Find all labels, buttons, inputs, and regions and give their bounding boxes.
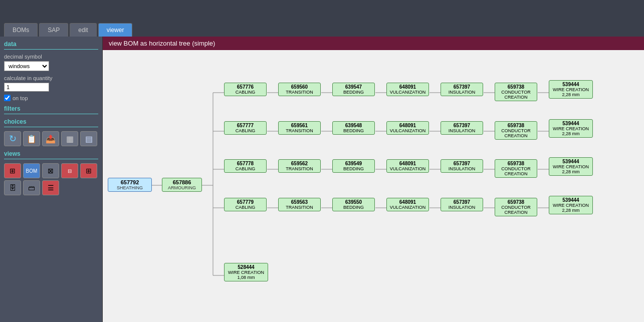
row3-col1[interactable]: 657778 CABLING	[224, 159, 267, 173]
tab-edit[interactable]: edit	[70, 23, 96, 37]
row4-col7[interactable]: 539444 WIRE CREATION 2,28 mm	[549, 196, 593, 214]
row1-col1[interactable]: 657776 CABLING	[224, 83, 267, 96]
row3-col3[interactable]: 639549 BEDDING	[332, 159, 375, 173]
view-btn-4[interactable]: ⊟	[61, 163, 78, 178]
row2-col1[interactable]: 657777 CABLING	[224, 121, 267, 135]
row1-col2[interactable]: 659560 TRANSITION	[278, 83, 321, 96]
choices-section-title: choices	[4, 118, 98, 127]
row1-col5[interactable]: 657397 INSULATION	[441, 83, 483, 96]
choice-btn-1[interactable]: ↻	[4, 131, 21, 146]
choice-btn-5[interactable]: ▤	[80, 131, 97, 146]
row2-col5[interactable]: 657397 INSULATION	[441, 121, 483, 135]
on-top-label: on top	[13, 95, 28, 101]
row1-col4[interactable]: 648091 VULCANIZATION	[386, 83, 429, 96]
row4-col4[interactable]: 648091 VULCANIZATION	[386, 198, 429, 211]
decimal-symbol-select[interactable]: windows linux mac	[4, 61, 49, 71]
tab-boms[interactable]: BOMs	[4, 23, 38, 37]
row1-col3[interactable]: 639547 BEDDING	[332, 83, 375, 96]
view-header: view BOM as horizontal tree (simple)	[103, 37, 644, 50]
row3-col7[interactable]: 539444 WIRE CREATION 2,28 mm	[549, 157, 593, 176]
row1-col6[interactable]: 659738 CONDUCTOR CREATION	[495, 83, 537, 101]
row3-col2[interactable]: 659562 TRANSITION	[278, 159, 321, 173]
extra-node[interactable]: 528444 WIRE CREATION 1,08 mm	[224, 263, 268, 281]
choice-btn-4[interactable]: ▦	[61, 131, 78, 146]
view-btn-6[interactable]: 🗄	[4, 180, 21, 195]
data-section-title: data	[4, 41, 98, 50]
row4-col3[interactable]: 639550 BEDDING	[332, 198, 375, 211]
row2-col7[interactable]: 539444 WIRE CREATION 2,28 mm	[549, 119, 593, 138]
calculate-quantity-input[interactable]	[4, 83, 49, 92]
tab-viewer[interactable]: viewer	[98, 23, 133, 37]
row3-col4[interactable]: 648091 VULCANIZATION	[386, 159, 429, 173]
row2-col4[interactable]: 648091 VULCANIZATION	[386, 121, 429, 135]
row3-col5[interactable]: 657397 INSULATION	[441, 159, 483, 173]
calculate-quantity-label: calculate in quantity	[4, 75, 98, 81]
on-top-checkbox[interactable]	[4, 95, 11, 101]
choice-btn-2[interactable]: 📋	[23, 131, 40, 146]
row2-col2[interactable]: 659561 TRANSITION	[278, 121, 321, 135]
view-btn-5[interactable]: ⊞	[80, 163, 97, 178]
row4-col5[interactable]: 657397 INSULATION	[441, 198, 483, 211]
tab-sap[interactable]: SAP	[39, 23, 68, 37]
view-btn-8[interactable]: ☰	[42, 180, 59, 195]
row2-col3[interactable]: 639548 BEDDING	[332, 121, 375, 135]
choice-btn-3[interactable]: 📤	[42, 131, 59, 146]
row4-col2[interactable]: 659563 TRANSITION	[278, 198, 321, 211]
view-btn-2[interactable]: BOM	[23, 163, 40, 178]
row4-col1[interactable]: 657779 CABLING	[224, 198, 267, 211]
views-section-title: views	[4, 150, 98, 159]
filters-section-title: filters	[4, 105, 98, 114]
decimal-symbol-label: decimal symbol	[4, 54, 98, 60]
row4-col6[interactable]: 659738 CONDUCTOR CREATION	[495, 198, 537, 216]
row2-col6[interactable]: 659738 CONDUCTOR CREATION	[495, 121, 537, 140]
node-root[interactable]: 657792 SHEATHING	[108, 178, 152, 192]
row1-col7[interactable]: 539444 WIRE CREATION 2,28 mm	[549, 80, 593, 99]
view-btn-3[interactable]: ⊠	[42, 163, 59, 178]
node-branch[interactable]: 657886 ARMOURING	[162, 178, 202, 192]
view-btn-7[interactable]: 🗃	[23, 180, 40, 195]
row3-col6[interactable]: 659738 CONDUCTOR CREATION	[495, 159, 537, 178]
view-btn-1[interactable]: ⊞	[4, 163, 21, 178]
